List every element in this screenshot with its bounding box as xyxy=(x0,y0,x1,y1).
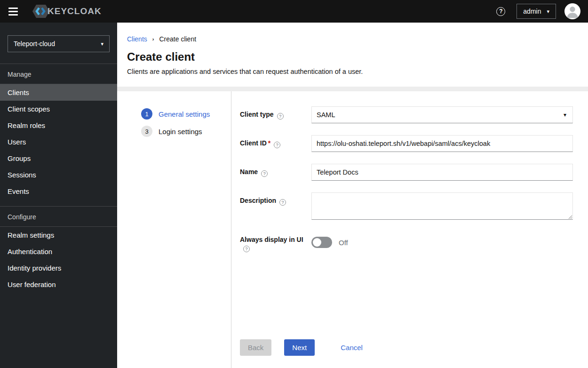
help-icon[interactable]: ? xyxy=(277,113,284,120)
sidebar-item-realm-settings[interactable]: Realm settings xyxy=(0,227,117,243)
sidebar-spacer xyxy=(0,200,117,206)
page-title: Create client xyxy=(127,50,577,64)
client-id-input[interactable] xyxy=(311,135,573,152)
header-separator-band xyxy=(117,87,588,91)
client-type-selected-value: SAML xyxy=(317,111,335,119)
back-button[interactable]: Back xyxy=(240,339,271,356)
sidebar-item-realm-roles[interactable]: Realm roles xyxy=(0,117,117,134)
avatar[interactable] xyxy=(564,3,580,19)
realm-selector[interactable]: Teleport-cloud ▾ xyxy=(8,35,110,52)
client-id-label: Client ID*? xyxy=(240,135,311,152)
avatar-person-icon xyxy=(564,3,580,19)
main-content: Clients › Create client Create client Cl… xyxy=(117,23,588,368)
toggle-state-label: Off xyxy=(339,239,348,247)
realm-selector-label: Teleport-cloud xyxy=(14,40,55,48)
sidebar-item-groups[interactable]: Groups xyxy=(0,150,117,167)
sidebar-item-users[interactable]: Users xyxy=(0,134,117,150)
keycloak-admin-console: KEYCLOAK ? admin ▾ Teleport-cloud ▾ Mana… xyxy=(0,0,588,368)
name-input[interactable] xyxy=(311,164,573,181)
client-type-row: Client type? SAML ▾ xyxy=(240,106,573,123)
next-button[interactable]: Next xyxy=(284,339,315,356)
client-type-select[interactable]: SAML ▾ xyxy=(311,106,573,123)
step-number-badge: 1 xyxy=(141,108,152,120)
step-label: Login settings xyxy=(159,128,202,136)
sidebar-item-clients[interactable]: Clients xyxy=(0,84,117,101)
user-dropdown-label: admin xyxy=(523,8,541,15)
sidebar-item-sessions[interactable]: Sessions xyxy=(0,167,117,183)
description-row: Description? xyxy=(240,192,573,220)
client-id-row: Client ID*? xyxy=(240,135,573,152)
sidebar-item-authentication[interactable]: Authentication xyxy=(0,243,117,260)
sidebar-item-user-federation[interactable]: User federation xyxy=(0,276,117,293)
breadcrumb-clients-link[interactable]: Clients xyxy=(127,35,147,43)
page-subtitle: Clients are applications and services th… xyxy=(127,68,577,75)
sidebar-section-manage: Manage xyxy=(0,64,117,84)
client-type-label: Client type? xyxy=(240,106,311,123)
name-label: Name? xyxy=(240,164,311,181)
always-display-label: Always display in UI? xyxy=(240,232,311,252)
wizard-footer: Back Next Cancel xyxy=(240,339,573,361)
page-header: Clients › Create client Create client Cl… xyxy=(117,23,588,87)
sidebar-section-configure: Configure xyxy=(0,207,117,226)
wizard-steps-nav: 1 General settings 3 Login settings xyxy=(117,91,231,368)
description-label: Description? xyxy=(240,192,311,220)
breadcrumb-separator-icon: › xyxy=(152,36,154,42)
sidebar-item-client-scopes[interactable]: Client scopes xyxy=(0,101,117,117)
breadcrumb: Clients › Create client xyxy=(127,35,577,43)
wizard-form-panel: Client type? SAML ▾ Client ID*? xyxy=(231,91,588,368)
step-number-badge: 3 xyxy=(141,126,152,137)
sidebar-item-identity-providers[interactable]: Identity providers xyxy=(0,260,117,276)
chevron-down-icon: ▾ xyxy=(547,9,549,14)
name-row: Name? xyxy=(240,164,573,181)
chevron-down-icon: ▾ xyxy=(101,41,103,47)
wizard-step-login-settings[interactable]: 3 Login settings xyxy=(141,126,231,137)
hamburger-menu-icon[interactable] xyxy=(8,8,18,16)
chevron-down-icon: ▾ xyxy=(564,112,566,118)
user-dropdown[interactable]: admin ▾ xyxy=(516,4,556,19)
brand-text: KEYCLOAK xyxy=(48,6,102,16)
always-display-row: Always display in UI? Off xyxy=(240,232,573,252)
masthead: KEYCLOAK ? admin ▾ xyxy=(0,0,588,23)
always-display-toggle[interactable] xyxy=(311,237,332,248)
cancel-button[interactable]: Cancel xyxy=(341,339,363,356)
help-icon[interactable]: ? xyxy=(274,142,280,148)
masthead-right: ? admin ▾ xyxy=(496,3,580,19)
sidebar-item-events[interactable]: Events xyxy=(0,183,117,200)
help-icon[interactable]: ? xyxy=(496,7,505,16)
wizard-step-general-settings[interactable]: 1 General settings xyxy=(141,108,231,120)
required-asterisk: * xyxy=(268,139,270,147)
description-textarea[interactable] xyxy=(311,192,573,220)
step-label: General settings xyxy=(159,110,210,118)
create-client-wizard: 1 General settings 3 Login settings Clie… xyxy=(117,91,588,368)
help-icon[interactable]: ? xyxy=(279,199,286,206)
help-icon[interactable]: ? xyxy=(261,170,268,177)
keycloak-logo: KEYCLOAK xyxy=(32,4,102,19)
breadcrumb-current: Create client xyxy=(159,35,196,43)
help-icon[interactable]: ? xyxy=(243,246,250,252)
sidebar: Teleport-cloud ▾ Manage Clients Client s… xyxy=(0,23,117,368)
toggle-knob xyxy=(313,238,321,247)
